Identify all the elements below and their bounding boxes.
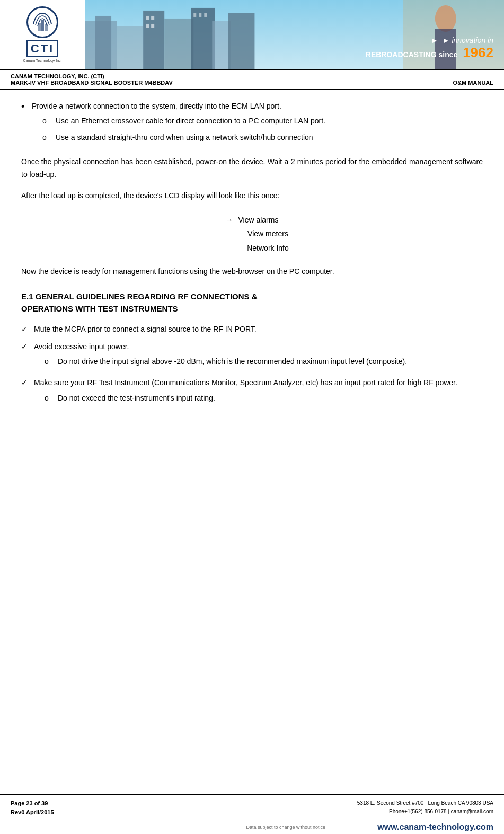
tagline-year: 1962 xyxy=(463,45,493,60)
svg-rect-8 xyxy=(164,19,193,69)
check-mark-2: ✓ xyxy=(21,341,34,372)
tagline-top: ► ► innovation in xyxy=(366,36,493,45)
company-name-logo: Canam Technology Inc. xyxy=(23,59,61,63)
bullet-section: • Provide a network connection to the sy… xyxy=(21,100,483,147)
check-sub-list-3: o Do not exceed the test-instrument's in… xyxy=(45,392,483,404)
check-item-1: ✓ Mute the MCPA prior to connect a signa… xyxy=(21,323,483,335)
check-text-2: Avoid excessive input power. o Do not dr… xyxy=(34,341,483,372)
check-sub-o-3: o xyxy=(45,392,58,404)
check-mark-3: ✓ xyxy=(21,377,34,408)
check-text-3: Make sure your RF Test Instrument (Commu… xyxy=(34,377,483,408)
sub-o-1: o xyxy=(42,115,56,127)
sub-bullet-list: o Use an Ethernet crossover cable for di… xyxy=(42,115,483,143)
product-name: MARK-IV VHF BROADBAND SIGNAL BOOSTER M4B… xyxy=(11,79,173,86)
check-sub-text-2: Do not drive the input signal above -20 … xyxy=(58,356,483,367)
logo-circle xyxy=(26,6,58,38)
bullet-item-1: • Provide a network connection to the sy… xyxy=(21,100,483,147)
rev-info: Rev0 April/2015 xyxy=(11,808,54,818)
svg-rect-15 xyxy=(151,24,154,28)
check-sub-list-2: o Do not drive the input signal above -2… xyxy=(45,356,483,367)
header-banner: CTI Canam Technology Inc. xyxy=(0,0,504,69)
check-sub-o-2: o xyxy=(45,356,58,367)
lcd-line3: Network Info xyxy=(247,244,289,252)
footer-bottom-row: Data subject to change without notice ww… xyxy=(0,820,504,834)
main-content: • Provide a network connection to the sy… xyxy=(0,90,504,487)
bullet-text-1: Provide a network connection to the syst… xyxy=(32,100,483,147)
svg-rect-2 xyxy=(45,24,48,31)
check-item-2: ✓ Avoid excessive input power. o Do not … xyxy=(21,341,483,372)
header-tagline: ► ► innovation in REBROADCASTING since 1… xyxy=(366,36,493,61)
footer-phone: Phone+1(562) 856-0178 | canam@mail.com xyxy=(357,808,493,816)
svg-rect-14 xyxy=(146,24,149,28)
svg-rect-18 xyxy=(204,13,207,17)
para-3: Now the device is ready for management f… xyxy=(21,265,483,278)
para-1: Once the physical connection has been es… xyxy=(21,156,483,181)
footer-address: 5318 E. Second Street #700 | Long Beach … xyxy=(357,799,493,808)
footer: Page 23 of 39 Rev0 April/2015 5318 E. Se… xyxy=(0,794,504,834)
svg-rect-5 xyxy=(95,16,111,69)
svg-rect-17 xyxy=(199,13,201,17)
svg-rect-6 xyxy=(117,26,143,69)
svg-rect-12 xyxy=(146,16,149,20)
check-sub-item-3: o Do not exceed the test-instrument's in… xyxy=(45,392,483,404)
footer-right: 5318 E. Second Street #700 | Long Beach … xyxy=(357,799,493,816)
logo-area: CTI Canam Technology Inc. xyxy=(0,0,85,69)
check-text-1: Mute the MCPA prior to connect a signal … xyxy=(34,323,483,335)
footer-left: Page 23 of 39 Rev0 April/2015 xyxy=(11,799,54,818)
manual-type: O&M MANUAL xyxy=(453,79,493,86)
bullet-dot: • xyxy=(21,100,32,147)
svg-rect-11 xyxy=(228,13,254,69)
svg-rect-9 xyxy=(191,8,215,69)
sub-bullet-2: o Use a standard straight-thru cord when… xyxy=(42,131,483,143)
check-item-3: ✓ Make sure your RF Test Instrument (Com… xyxy=(21,377,483,408)
footer-main: Page 23 of 39 Rev0 April/2015 5318 E. Se… xyxy=(0,795,504,820)
company-full: CANAM TECHNOLOGY, INC. (CTI) xyxy=(11,73,493,79)
section-heading-line2: OPERATIONS WITH TEST INSTRUMENTS xyxy=(21,303,483,315)
cti-text-logo: CTI xyxy=(26,40,58,57)
footer-notice: Data subject to change without notice xyxy=(194,824,377,830)
svg-rect-10 xyxy=(212,21,231,69)
check-mark-1: ✓ xyxy=(21,323,34,335)
arrow-icon: ► xyxy=(431,36,438,45)
lcd-display: → View alarms View meters Network Info xyxy=(21,213,483,255)
page-info: Page 23 of 39 xyxy=(11,799,54,809)
sub-text-1: Use an Ethernet crossover cable for dire… xyxy=(56,115,483,127)
footer-website: www.canam-technology.com xyxy=(377,822,493,832)
lcd-arrow: → xyxy=(226,216,233,224)
svg-rect-16 xyxy=(193,13,196,17)
header-image: ► ► innovation in REBROADCASTING since 1… xyxy=(85,0,504,69)
section-heading-line1: E.1 GENERAL GUIDELINES REGARDING RF CONN… xyxy=(21,291,483,303)
sub-text-2: Use a standard straight-thru cord when u… xyxy=(56,131,483,143)
doc-info-bottom: MARK-IV VHF BROADBAND SIGNAL BOOSTER M4B… xyxy=(11,79,493,86)
svg-rect-1 xyxy=(41,20,44,31)
doc-info-bar: CANAM TECHNOLOGY, INC. (CTI) MARK-IV VHF… xyxy=(0,69,504,90)
svg-rect-0 xyxy=(38,23,41,31)
tagline-broadcast: REBROADCASTING since 1962 xyxy=(366,45,493,61)
check-sub-item-2: o Do not drive the input signal above -2… xyxy=(45,356,483,367)
svg-point-20 xyxy=(435,5,456,32)
check-sub-text-3: Do not exceed the test-instrument's inpu… xyxy=(58,392,483,404)
check-list: ✓ Mute the MCPA prior to connect a signa… xyxy=(21,323,483,408)
svg-rect-13 xyxy=(151,16,154,20)
sub-o-2: o xyxy=(42,131,56,143)
lcd-line2: View meters xyxy=(247,229,288,238)
cti-logo: CTI Canam Technology Inc. xyxy=(23,6,61,63)
sub-bullet-1: o Use an Ethernet crossover cable for di… xyxy=(42,115,483,127)
lcd-line1: View alarms xyxy=(238,216,278,224)
section-heading: E.1 GENERAL GUIDELINES REGARDING RF CONN… xyxy=(21,291,483,315)
logo-svg xyxy=(28,8,57,37)
para-2: After the load up is completed, the devi… xyxy=(21,190,483,202)
